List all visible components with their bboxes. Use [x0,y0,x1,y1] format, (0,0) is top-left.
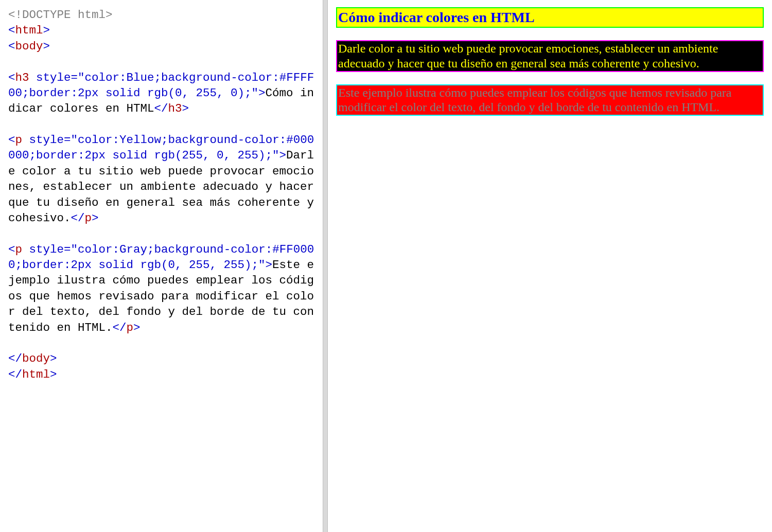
code-bracket: > [133,321,141,334]
code-bracket: > [43,24,50,37]
code-bracket: < [8,133,15,147]
code-bracket: </ [71,211,85,225]
code-bracket: </ [154,102,168,115]
code-bracket: </ [8,368,22,381]
code-attr-style: style [29,243,64,256]
code-bracket: </ [113,321,127,334]
code-bracket: > [182,102,189,115]
code-bracket: > [43,40,50,53]
code-bracket: > [50,368,57,381]
code-bracket: < [8,243,15,256]
code-bracket: < [8,71,15,84]
code-equals: = [71,71,78,84]
code-bracket: > [258,86,266,100]
code-bracket: < [8,24,15,37]
code-bracket: > [279,149,287,162]
code-attr-style: style [36,71,71,84]
code-editor-pane[interactable]: <!DOCTYPE html> <html> <body> <h3 style=… [0,0,323,532]
code-bracket: > [92,211,99,225]
code-tag-body-close: body [22,352,50,365]
code-tag-p-close: p [127,321,134,334]
code-equals: = [64,243,71,256]
code-tag-p-close: p [85,211,92,225]
code-bracket: > [266,258,273,272]
code-equals: = [64,133,71,147]
code-tag-body-open: body [15,40,43,53]
code-doctype: <!DOCTYPE html> [8,8,113,22]
code-tag-html-close: html [22,368,50,381]
code-bracket: > [50,352,57,365]
code-bracket: </ [8,352,22,365]
pane-divider[interactable] [323,0,328,532]
preview-pane: Cómo indicar colores en HTML Darle color… [328,0,772,532]
code-tag-h3: h3 [15,71,29,84]
code-tag-html-open: html [15,24,43,37]
code-bracket: < [8,40,15,53]
rendered-paragraph-1: Darle color a tu sitio web puede provoca… [336,40,764,72]
code-tag-h3-close: h3 [168,102,182,115]
code-tag-p: p [15,243,23,256]
rendered-heading: Cómo indicar colores en HTML [336,7,764,28]
rendered-paragraph-2: Este ejemplo ilustra cómo puedes emplear… [336,84,764,116]
code-tag-p: p [15,133,23,147]
code-attr-style: style [29,133,64,147]
